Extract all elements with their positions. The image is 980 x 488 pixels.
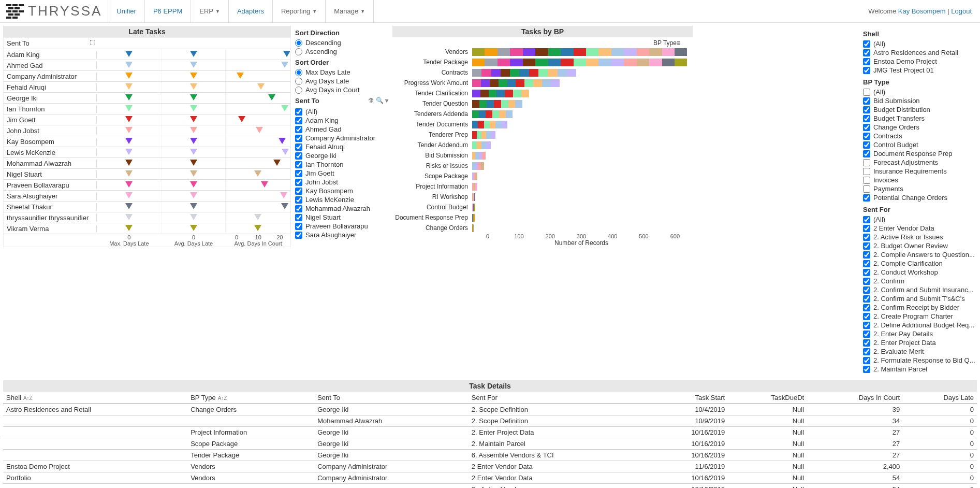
check-document-response-prep[interactable]: Document Response Prep	[863, 150, 977, 157]
bar-row[interactable]: Project Information	[394, 181, 691, 192]
check-budget-distribution[interactable]: Budget Distribution	[863, 106, 977, 113]
check-2-define-additional-budget-req-[interactable]: 2. Define Additional Budget Req...	[863, 321, 977, 329]
check-ian-thornton[interactable]: Ian Thornton	[295, 161, 388, 168]
nav-erp[interactable]: ERP▼	[191, 0, 229, 22]
late-task-row[interactable]: George Iki	[4, 93, 290, 104]
check-2-maintain-parcel[interactable]: 2. Maintain Parcel	[863, 365, 977, 373]
radio-max-days-late[interactable]: Max Days Late	[295, 68, 388, 76]
late-task-row[interactable]: Sara Alsughaiyer	[4, 191, 290, 202]
check-change-orders[interactable]: Change Orders	[863, 123, 977, 131]
check-george-iki[interactable]: George Iki	[295, 152, 388, 160]
col-days-late[interactable]: Days Late	[903, 392, 977, 404]
bar-row[interactable]: Bid Submission	[394, 150, 691, 161]
check-2-create-program-charter[interactable]: 2. Create Program Charter	[863, 312, 977, 320]
late-task-row[interactable]: Adam King	[4, 49, 290, 60]
bar-row[interactable]: Scope Package	[394, 171, 691, 181]
check-2-compile-clarification[interactable]: 2. Compile Clarification	[863, 260, 977, 267]
late-task-row[interactable]: Vikram Verma	[4, 223, 290, 234]
nav-reporting[interactable]: Reporting▼	[272, 0, 326, 22]
bar-row[interactable]: Progress Work Amount	[394, 78, 691, 88]
check-ahmed-gad[interactable]: Ahmed Gad	[295, 125, 388, 133]
late-tasks-header[interactable]: Sent To⬚	[4, 38, 97, 49]
radio-avg-days-in-court[interactable]: Avg Days in Court	[295, 86, 388, 94]
col-sent-to[interactable]: Sent To	[314, 392, 469, 404]
bar-row[interactable]: Vendors	[394, 47, 691, 57]
check-adam-king[interactable]: Adam King	[295, 117, 388, 124]
col-days-in-court[interactable]: Days In Court	[807, 392, 903, 404]
table-row[interactable]: Enstoa Demo ProjectVendorsCompany Admini…	[3, 461, 977, 472]
table-row[interactable]: Scope PackageGeorge Iki2. Maintain Parce…	[3, 438, 977, 450]
sort-icon[interactable]: A↕Z	[23, 395, 33, 401]
check-invoices[interactable]: Invoices	[863, 176, 977, 184]
check-lewis-mckenzie[interactable]: Lewis McKenzie	[295, 196, 388, 204]
check-bid-submission[interactable]: Bid Submission	[863, 97, 977, 105]
late-task-row[interactable]: Mohammad Alwazrah	[4, 158, 290, 169]
check-2-confirm-and-submit-insuranc-[interactable]: 2. Confirm and Submit Insuranc...	[863, 286, 977, 294]
late-task-row[interactable]: thryssaunifier thryssaunifier	[4, 212, 290, 223]
logout-link[interactable]: Logout	[951, 7, 972, 15]
table-row[interactable]: PortfolioVendorsCompany Administrator2 E…	[3, 472, 977, 484]
check-mohammad-alwazrah[interactable]: Mohammad Alwazrah	[295, 205, 388, 212]
nav-p6-eppm[interactable]: P6 EPPM	[144, 0, 191, 22]
bar-row[interactable]: Risks or Issues	[394, 161, 691, 171]
sort-icon[interactable]: A↕Z	[218, 395, 227, 401]
check-2-enter-vendor-data[interactable]: 2 Enter Vendor Data	[863, 224, 977, 232]
check--all-[interactable]: (All)	[863, 216, 977, 223]
col-bp-type[interactable]: BP TypeA↕Z	[187, 392, 314, 404]
check-2-enter-project-data[interactable]: 2. Enter Project Data	[863, 339, 977, 347]
late-task-row[interactable]: Nigel Stuart	[4, 169, 290, 180]
check-control-budget[interactable]: Control Budget	[863, 141, 977, 149]
check-2-enter-pay-details[interactable]: 2. Enter Pay Details	[863, 330, 977, 338]
table-row[interactable]: Astro Residences and RetailChange Orders…	[3, 404, 977, 415]
check-praveen-bollavarapu[interactable]: Praveen Bollavarapu	[295, 222, 388, 230]
late-task-row[interactable]: Company Administrator	[4, 71, 290, 82]
filter-icons[interactable]: ⚗ 🔍 ▾	[368, 97, 388, 104]
nav-manage[interactable]: Manage▼	[325, 0, 374, 22]
sort-icon[interactable]: ≡	[677, 39, 680, 47]
check-sara-alsughaiyer[interactable]: Sara Alsughaiyer	[295, 231, 388, 239]
late-task-row[interactable]: Lewis McKenzie	[4, 147, 290, 158]
table-row[interactable]: Tender PackageGeorge Iki6. Assemble Vend…	[3, 450, 977, 461]
bar-row[interactable]: Tender Clarification	[394, 88, 691, 98]
check-budget-transfers[interactable]: Budget Transfers	[863, 114, 977, 122]
check-jim-goett[interactable]: Jim Goett	[295, 169, 388, 177]
table-row[interactable]: Project InformationGeorge Iki2. Enter Pr…	[3, 427, 977, 438]
table-row[interactable]: Mohammad Alwazrah2. Scope Definition10/9…	[3, 415, 977, 427]
check-2-active-risk-or-issues[interactable]: 2. Active Risk or Issues	[863, 233, 977, 241]
radio-avg-days-late[interactable]: Avg Days Late	[295, 77, 388, 85]
late-task-row[interactable]: Jim Goett	[4, 114, 290, 125]
late-task-row[interactable]: John Jobst	[4, 125, 290, 136]
check-2-confirm[interactable]: 2. Confirm	[863, 277, 977, 285]
check-fehaid-alruqi[interactable]: Fehaid Alruqi	[295, 143, 388, 151]
check-2-confirm-receipt-by-bidder[interactable]: 2. Confirm Receipt by Bidder	[863, 304, 977, 311]
col-shell[interactable]: ShellA↕Z	[3, 392, 187, 404]
check-enstoa-demo-project[interactable]: Enstoa Demo Project	[863, 58, 977, 65]
check-contracts[interactable]: Contracts	[863, 132, 977, 140]
check-2-formulate-response-to-bid-q-[interactable]: 2. Formulate Response to Bid Q...	[863, 356, 977, 364]
bar-row[interactable]: Tender Question	[394, 98, 691, 109]
nav-unifier[interactable]: Unifier	[108, 0, 145, 22]
check-insurance-requirements[interactable]: Insurance Requirements	[863, 167, 977, 175]
late-task-row[interactable]: Ian Thornton	[4, 104, 290, 114]
late-task-row[interactable]: Ahmed Gad	[4, 60, 290, 71]
check--all-[interactable]: (All)	[295, 108, 388, 116]
check-2-conduct-workshop[interactable]: 2. Conduct Workshop	[863, 268, 977, 276]
sort-icon[interactable]: ⬚	[90, 39, 95, 46]
bar-row[interactable]: Tender Addendum	[394, 140, 691, 150]
bar-row[interactable]: Tender Documents	[394, 119, 691, 130]
late-task-row[interactable]: Sheetal Thakur	[4, 202, 290, 212]
check-forecast-adjustments[interactable]: Forecast Adjustments	[863, 159, 977, 166]
col-sent-for[interactable]: Sent For	[469, 392, 647, 404]
nav-adapters[interactable]: Adapters	[228, 0, 273, 22]
radio-ascending[interactable]: Ascending	[295, 48, 388, 55]
late-task-row[interactable]: Fehaid Alruqi	[4, 82, 290, 93]
check-john-jobst[interactable]: John Jobst	[295, 178, 388, 186]
check-2-confirm-and-submit-t-s-c-s[interactable]: 2. Confirm and Submit T's&C's	[863, 295, 977, 303]
late-task-row[interactable]: Kay Bosompem	[4, 136, 290, 147]
check--all-[interactable]: (All)	[863, 88, 977, 96]
check--all-[interactable]: (All)	[863, 40, 977, 48]
col-taskduedt[interactable]: TaskDueDt	[728, 392, 807, 404]
bar-row[interactable]: Document Response Prep	[394, 212, 691, 223]
check-kay-bosompem[interactable]: Kay Bosompem	[295, 187, 388, 195]
check-jmg-test-project-01[interactable]: JMG Test Project 01	[863, 66, 977, 74]
